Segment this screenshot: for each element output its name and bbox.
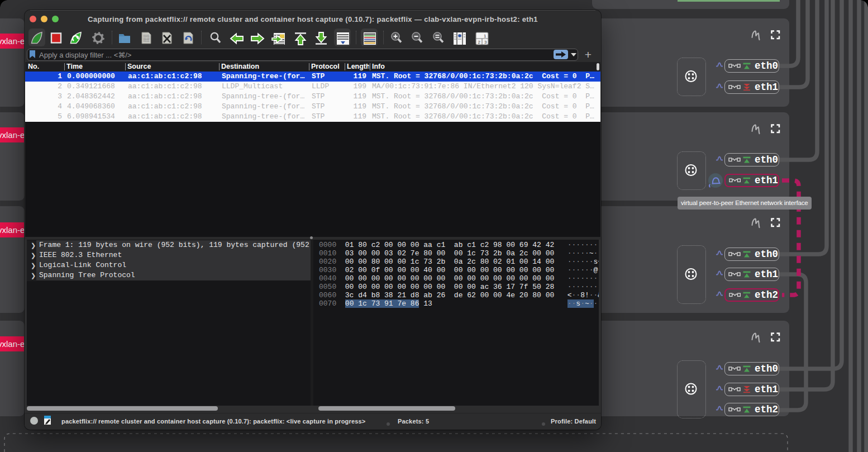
svg-text:2: 2 (478, 40, 481, 45)
svg-text:3: 3 (484, 40, 487, 45)
svg-text:1: 1 (484, 34, 487, 39)
svg-text:0111: 0111 (144, 40, 150, 42)
